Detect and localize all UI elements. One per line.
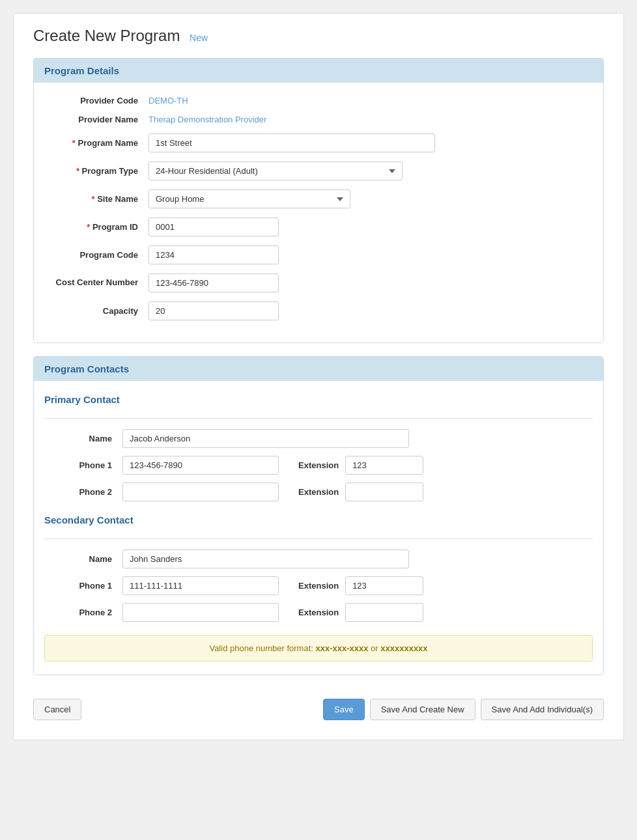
provider-code-label: Provider Code: [44, 96, 149, 105]
provider-code-row: Provider Code DEMO-TH: [44, 96, 593, 105]
cost-center-label: Cost Center Number: [44, 277, 149, 288]
cost-center-row: Cost Center Number: [44, 273, 593, 292]
program-name-input[interactable]: [149, 133, 435, 152]
primary-name-label: Name: [44, 434, 122, 443]
primary-contact-block: Primary Contact Name Phone 1 Extension P…: [44, 394, 593, 501]
secondary-phone2-label: Phone 2: [44, 608, 122, 617]
phone-note: Valid phone number format: xxx-xxx-xxxx …: [44, 635, 593, 662]
program-details-header: Program Details: [34, 59, 603, 83]
program-details-section: Program Details Provider Code DEMO-TH Pr…: [33, 58, 604, 343]
primary-name-row: Name: [44, 429, 593, 448]
program-details-body: Provider Code DEMO-TH Provider Name Ther…: [34, 83, 603, 343]
program-type-select[interactable]: 24-Hour Residential (Adult): [149, 161, 403, 180]
capacity-label: Capacity: [44, 306, 149, 316]
secondary-phone1-label: Phone 1: [44, 581, 122, 591]
secondary-extension2-input[interactable]: [345, 603, 423, 622]
primary-extension2-label: Extension: [298, 487, 339, 497]
phone-note-format1: xxx-xxx-xxxx: [316, 643, 369, 653]
primary-phone2-label: Phone 2: [44, 487, 122, 497]
secondary-phone1-row: Phone 1 Extension: [44, 576, 593, 595]
footer-actions: Cancel Save Save And Create New Save And…: [33, 688, 604, 720]
primary-phone1-input[interactable]: [122, 456, 279, 475]
program-name-label: Program Name: [44, 138, 149, 148]
provider-name-value: Therap Demonstration Provider: [149, 115, 266, 124]
primary-phone1-row: Phone 1 Extension: [44, 456, 593, 475]
provider-name-row: Provider Name Therap Demonstration Provi…: [44, 115, 593, 124]
primary-phone2-row: Phone 2 Extension: [44, 483, 593, 501]
secondary-contact-block: Secondary Contact Name Phone 1 Extension…: [44, 514, 593, 622]
phone-note-format2: xxxxxxxxxx: [380, 643, 427, 653]
phone-note-text: Valid phone number format:: [209, 643, 315, 653]
secondary-extension1-input[interactable]: [345, 576, 423, 595]
secondary-contact-title: Secondary Contact: [44, 514, 593, 531]
title-text: Create New Program: [33, 27, 180, 44]
secondary-extension1-label: Extension: [298, 581, 339, 591]
program-code-row: Program Code: [44, 245, 593, 264]
program-code-input[interactable]: [149, 245, 279, 264]
program-name-row: Program Name: [44, 133, 593, 152]
site-name-row: Site Name Group Home: [44, 189, 593, 208]
program-code-label: Program Code: [44, 250, 149, 260]
site-name-label: Site Name: [44, 194, 149, 204]
page-badge: New: [190, 33, 208, 43]
program-type-row: Program Type 24-Hour Residential (Adult): [44, 161, 593, 180]
secondary-name-row: Name: [44, 550, 593, 568]
save-button[interactable]: Save: [323, 699, 365, 720]
cancel-button[interactable]: Cancel: [33, 699, 81, 720]
program-contacts-header: Program Contacts: [34, 357, 603, 381]
save-and-create-new-button[interactable]: Save And Create New: [370, 699, 475, 720]
program-id-input[interactable]: [149, 217, 279, 236]
page-container: Create New Program New Program Details P…: [13, 13, 624, 740]
primary-extension2-input[interactable]: [345, 483, 423, 501]
primary-name-input[interactable]: [122, 429, 409, 448]
save-and-add-individuals-button[interactable]: Save And Add Individual(s): [481, 699, 604, 720]
primary-extension1-input[interactable]: [345, 456, 423, 475]
program-details-title: Program Details: [44, 65, 119, 76]
primary-extension1-label: Extension: [298, 460, 339, 470]
capacity-input[interactable]: [149, 301, 279, 320]
program-contacts-body: Primary Contact Name Phone 1 Extension P…: [34, 381, 603, 675]
program-id-row: Program ID: [44, 217, 593, 236]
secondary-name-input[interactable]: [122, 550, 409, 568]
primary-phone2-input[interactable]: [122, 483, 279, 501]
capacity-row: Capacity: [44, 301, 593, 320]
program-type-label: Program Type: [44, 166, 149, 176]
phone-note-or: or: [368, 643, 380, 653]
secondary-contact-divider: [44, 539, 593, 539]
secondary-phone2-row: Phone 2 Extension: [44, 603, 593, 622]
secondary-phone2-input[interactable]: [122, 603, 279, 622]
page-title: Create New Program New: [33, 27, 604, 45]
primary-contact-title: Primary Contact: [44, 394, 593, 410]
cost-center-input[interactable]: [149, 273, 279, 292]
provider-code-value: DEMO-TH: [149, 96, 188, 105]
program-contacts-title: Program Contacts: [44, 363, 129, 374]
site-name-select[interactable]: Group Home: [149, 189, 350, 208]
secondary-name-label: Name: [44, 554, 122, 564]
program-contacts-section: Program Contacts Primary Contact Name Ph…: [33, 356, 604, 675]
primary-phone1-label: Phone 1: [44, 460, 122, 470]
secondary-phone1-input[interactable]: [122, 576, 279, 595]
secondary-extension2-label: Extension: [298, 608, 339, 617]
provider-name-label: Provider Name: [44, 115, 149, 124]
program-id-label: Program ID: [44, 222, 149, 232]
primary-contact-divider: [44, 418, 593, 419]
